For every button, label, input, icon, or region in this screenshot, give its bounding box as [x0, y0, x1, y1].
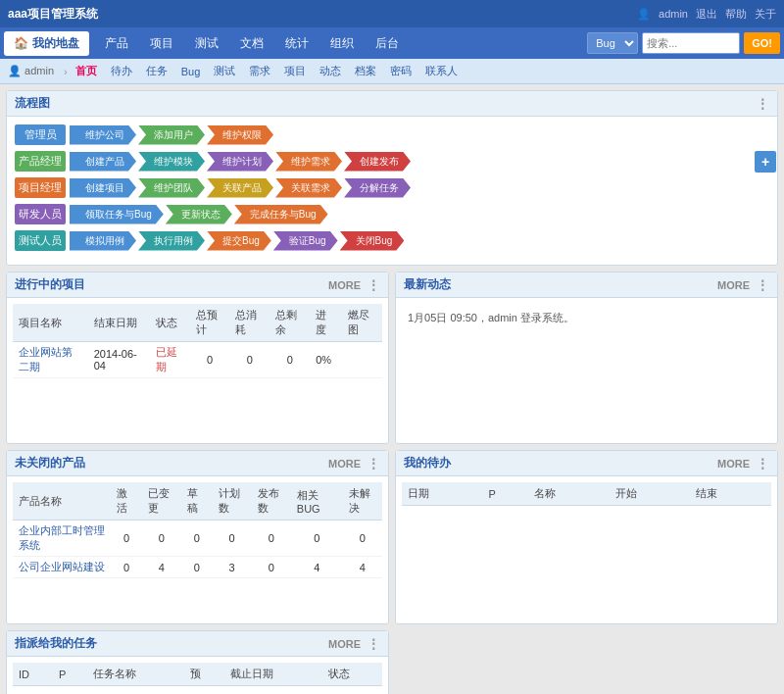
- nav-org-label: 组织: [330, 35, 354, 52]
- tasks-panel: 指派给我的任务 MORE ⋮ ID P 任务名称 预 截止日期: [6, 630, 389, 694]
- nav-test[interactable]: 测试: [185, 31, 228, 56]
- product-unresolved-2: 4: [343, 557, 382, 578]
- flow-step: 领取任务与Bug: [70, 205, 164, 224]
- subnav-task[interactable]: 任务: [140, 62, 173, 80]
- product-name-link-2[interactable]: 公司企业网站建设: [19, 561, 105, 572]
- products-header: 未关闭的产品 MORE ⋮: [7, 451, 388, 476]
- nav-product-label: 产品: [105, 35, 128, 52]
- flow-body: 管理员 维护公司 添加用户 维护权限 产品经理 创建产品 维护模块 维护计划 维…: [7, 117, 777, 265]
- project-total-plan: 0: [190, 342, 230, 378]
- flow-step: 关联产品: [207, 178, 273, 198]
- nav-stat[interactable]: 统计: [275, 31, 318, 56]
- projects-title: 进行中的项目: [15, 276, 85, 293]
- nav-home[interactable]: 🏠 我的地盘: [4, 31, 89, 56]
- product-related-bug-2: 4: [291, 557, 343, 578]
- col-progress: 进度: [310, 304, 342, 342]
- product-draft: 0: [181, 520, 213, 557]
- project-total-consumed: 0: [229, 342, 270, 378]
- todo-header: 我的待办 MORE ⋮: [396, 451, 777, 476]
- nav-org[interactable]: 组织: [320, 31, 364, 56]
- nav-admin[interactable]: 后台: [366, 31, 409, 56]
- col-related-bug: 相关BUG: [291, 482, 343, 520]
- col-total-remaining: 总剩余: [270, 304, 310, 342]
- subnav-todo[interactable]: 待办: [105, 62, 138, 80]
- product-plan-2: 3: [213, 557, 252, 578]
- logout-link[interactable]: 退出: [696, 7, 717, 22]
- nav-product[interactable]: 产品: [95, 31, 138, 56]
- flow-steps-dev: 领取任务与Bug 更新状态 完成任务与Bug: [70, 205, 328, 224]
- col-task-p: P: [53, 663, 87, 686]
- search-select[interactable]: Bug 需求 任务 项目: [587, 32, 638, 54]
- flow-row-projm: 项目经理 创建项目 维护团队 关联产品 关联需求 分解任务: [15, 177, 769, 198]
- projects-panel: 进行中的项目 MORE ⋮ 项目名称 结束日期 状态 总预计 总消耗: [6, 272, 389, 444]
- projects-table: 项目名称 结束日期 状态 总预计 总消耗 总剩余 进度 燃尽图 企业网站第二期: [13, 304, 382, 378]
- search-button[interactable]: GO!: [744, 32, 780, 54]
- subnav-requirement[interactable]: 需求: [243, 62, 276, 80]
- projects-menu-icon[interactable]: ⋮: [367, 277, 380, 293]
- flow-row-tester: 测试人员 模拟用例 执行用例 提交Bug 验证Bug 关闭Bug: [15, 230, 769, 251]
- project-progress: 0%: [310, 342, 342, 378]
- nav-bar: 🏠 我的地盘 产品 项目 测试 文档 统计 组织 后台 Bug 需求 任务 项目…: [0, 27, 784, 59]
- subnav-activity[interactable]: 动态: [314, 62, 347, 80]
- search-input[interactable]: [642, 32, 740, 54]
- subnav-password[interactable]: 密码: [384, 62, 417, 80]
- product-activate: 0: [111, 520, 142, 557]
- col-todo-p: P: [483, 482, 529, 506]
- activity-menu-icon[interactable]: ⋮: [756, 277, 769, 293]
- subnav-admin-link[interactable]: admin: [24, 65, 54, 76]
- flow-label-projm: 项目经理: [15, 177, 66, 198]
- todo-body: 日期 P 名称 开始 结束: [396, 476, 777, 590]
- col-todo-date: 日期: [402, 482, 483, 506]
- subnav-bug[interactable]: Bug: [175, 64, 207, 79]
- subnav-project[interactable]: 项目: [278, 62, 312, 80]
- subnav-contact[interactable]: 联系人: [419, 62, 464, 80]
- project-total-remaining: 0: [270, 342, 310, 378]
- subnav-test[interactable]: 测试: [208, 62, 241, 80]
- flow-step: 模拟用例: [70, 231, 136, 251]
- about-link[interactable]: 关于: [755, 7, 776, 22]
- breadcrumb-admin: 👤 admin: [8, 65, 54, 77]
- col-todo-name: 名称: [528, 482, 610, 506]
- subnav-archive[interactable]: 档案: [349, 62, 382, 80]
- products-menu-icon[interactable]: ⋮: [367, 456, 380, 471]
- flow-title: 流程图: [15, 95, 50, 112]
- nav-doc[interactable]: 文档: [230, 31, 273, 56]
- admin-link[interactable]: admin: [659, 8, 688, 20]
- tasks-menu-icon[interactable]: ⋮: [367, 636, 380, 652]
- todo-more[interactable]: MORE: [717, 458, 750, 470]
- products-more[interactable]: MORE: [328, 458, 361, 470]
- products-title: 未关闭的产品: [15, 455, 85, 471]
- todo-table: 日期 P 名称 开始 结束: [402, 482, 771, 506]
- todo-menu-icon[interactable]: ⋮: [756, 456, 769, 471]
- nav-project-label: 项目: [150, 35, 173, 52]
- help-link[interactable]: 帮助: [725, 7, 747, 22]
- projects-header: 进行中的项目 MORE ⋮: [7, 273, 388, 298]
- product-related-bug: 0: [291, 520, 343, 557]
- projects-more[interactable]: MORE: [328, 279, 361, 291]
- subnav-home[interactable]: 首页: [70, 62, 103, 80]
- project-name-link[interactable]: 企业网站第二期: [19, 346, 73, 372]
- product-activate-2: 0: [111, 557, 142, 578]
- admin-icon: 👤: [8, 65, 22, 76]
- flow-row-pm: 产品经理 创建产品 维护模块 维护计划 维护需求 创建发布: [15, 151, 769, 172]
- add-button[interactable]: +: [755, 151, 776, 173]
- nav-test-label: 测试: [195, 35, 219, 52]
- project-end-date: 2014-06-04: [88, 342, 150, 378]
- flow-row-dev: 研发人员 领取任务与Bug 更新状态 完成任务与Bug: [15, 204, 769, 224]
- flow-step: 提交Bug: [207, 231, 271, 251]
- nav-project[interactable]: 项目: [140, 31, 183, 56]
- activity-more[interactable]: MORE: [717, 279, 750, 291]
- product-name-link[interactable]: 企业内部工时管理系统: [19, 524, 105, 551]
- products-header-right: MORE ⋮: [328, 456, 380, 471]
- todo-title: 我的待办: [404, 455, 451, 471]
- flow-menu-icon[interactable]: ⋮: [756, 96, 769, 112]
- flow-step: 维护团队: [138, 178, 205, 198]
- col-release: 发布数: [252, 482, 291, 520]
- col-project-name: 项目名称: [13, 304, 88, 342]
- tasks-more[interactable]: MORE: [328, 638, 361, 650]
- flow-step: 维护模块: [138, 152, 205, 172]
- top-bar: aaa项目管理系统 👤 admin 退出 帮助 关于: [0, 0, 784, 27]
- flow-panel: 流程图 ⋮ 管理员 维护公司 添加用户 维护权限 产品经理 创建: [6, 90, 778, 266]
- col-unresolved: 未解决: [343, 482, 382, 520]
- project-status: 已延期: [150, 342, 190, 378]
